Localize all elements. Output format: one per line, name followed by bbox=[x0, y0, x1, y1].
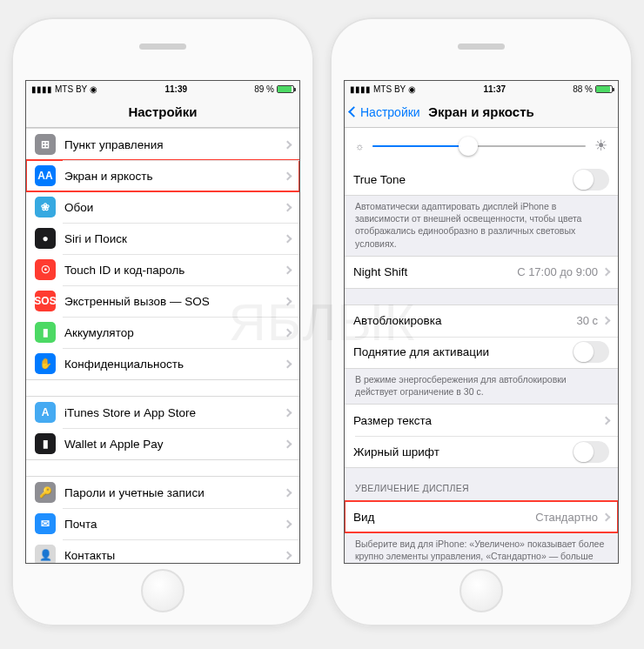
lowpower-note: В режиме энергосбережения для автоблокир… bbox=[345, 369, 618, 404]
view-label: Вид bbox=[353, 511, 535, 524]
nav-bar: Настройки Экран и яркость bbox=[345, 97, 618, 128]
row-icon: ▮ bbox=[35, 322, 56, 343]
row-icon: ✉ bbox=[35, 513, 56, 534]
settings-wallet-applepay[interactable]: ▮Wallet и Apple Pay bbox=[26, 428, 299, 459]
row-label: Пункт управления bbox=[64, 138, 283, 151]
chevron-right-icon bbox=[284, 328, 292, 337]
brightness-fill bbox=[372, 145, 468, 147]
settings-siri-search[interactable]: ●Siri и Поиск bbox=[26, 223, 299, 254]
settings-privacy[interactable]: ✋Конфиденциальность bbox=[26, 348, 299, 379]
brightness-high-icon: ☀ bbox=[594, 137, 607, 155]
chevron-right-icon bbox=[284, 234, 292, 243]
brightness-slider-row[interactable]: ☼ ☀ bbox=[345, 128, 618, 164]
auto-lock-label: Автоблокировка bbox=[353, 314, 576, 327]
signal-icon: ▮▮▮▮ bbox=[350, 84, 371, 94]
settings-touchid-passcode[interactable]: ☉Touch ID и код-пароль bbox=[26, 254, 299, 285]
chevron-right-icon bbox=[284, 488, 292, 497]
auto-lock-row[interactable]: Автоблокировка 30 с bbox=[345, 305, 618, 337]
row-icon: ▮ bbox=[35, 433, 56, 454]
view-detail: Стандартно bbox=[535, 511, 598, 524]
true-tone-toggle[interactable] bbox=[573, 169, 609, 191]
back-button[interactable]: Настройки bbox=[350, 97, 420, 127]
chevron-right-icon bbox=[284, 297, 292, 305]
display-zoom-header: УВЕЛИЧЕНИЕ ДИСПЛЕЯ bbox=[345, 468, 618, 500]
text-size-label: Размер текста bbox=[353, 414, 601, 427]
bold-text-label: Жирный шрифт bbox=[353, 445, 573, 458]
chevron-right-icon bbox=[602, 268, 611, 277]
bold-text-toggle[interactable] bbox=[573, 441, 609, 463]
row-label: iTunes Store и App Store bbox=[64, 406, 283, 419]
display-zoom-view-row[interactable]: Вид Стандартно bbox=[345, 501, 618, 532]
iphone-frame-right: ▮▮▮▮ MTS BY ◉ 11:37 88 % Настройки Экран… bbox=[330, 17, 633, 626]
night-shift-row[interactable]: Night Shift С 17:00 до 9:00 bbox=[345, 257, 618, 288]
settings-control-center[interactable]: ⊞Пункт управления bbox=[26, 129, 299, 160]
night-shift-detail: С 17:00 до 9:00 bbox=[517, 265, 598, 278]
text-size-row[interactable]: Размер текста bbox=[345, 405, 618, 436]
row-label: Аккумулятор bbox=[64, 326, 283, 339]
row-icon: ● bbox=[35, 228, 56, 249]
row-label: Экран и яркость bbox=[64, 170, 283, 183]
battery-icon bbox=[595, 85, 613, 93]
view-note: Выберите вид для iPhone: «Увеличено» пок… bbox=[345, 533, 618, 563]
row-label: Конфиденциальность bbox=[64, 358, 283, 371]
chevron-right-icon bbox=[284, 265, 292, 274]
row-label: Wallet и Apple Pay bbox=[64, 438, 283, 451]
settings-battery[interactable]: ▮Аккумулятор bbox=[26, 317, 299, 348]
battery-pct: 88 % bbox=[573, 84, 593, 94]
settings-itunes-appstore[interactable]: AiTunes Store и App Store bbox=[26, 397, 299, 428]
row-label: Touch ID и код-пароль bbox=[64, 264, 283, 277]
row-icon: ⊞ bbox=[35, 134, 56, 155]
chevron-right-icon bbox=[602, 416, 611, 425]
settings-contacts[interactable]: 👤Контакты bbox=[26, 539, 299, 563]
carrier-label: MTS BY bbox=[373, 84, 406, 94]
settings-wallpaper[interactable]: ❀Обои bbox=[26, 191, 299, 223]
chevron-right-icon bbox=[284, 359, 292, 368]
settings-emergency-sos[interactable]: SOSЭкстренный вызов — SOS bbox=[26, 285, 299, 317]
chevron-right-icon bbox=[602, 512, 611, 521]
chevron-right-icon bbox=[284, 140, 292, 149]
row-label: Siri и Поиск bbox=[64, 232, 283, 245]
row-icon: ❀ bbox=[35, 197, 56, 217]
battery-pct: 89 % bbox=[254, 84, 274, 94]
status-time: 11:37 bbox=[483, 84, 506, 94]
signal-icon: ▮▮▮▮ bbox=[31, 84, 52, 94]
display-settings-list[interactable]: ☼ ☀ True Tone Автоматически адаптировать… bbox=[345, 128, 618, 563]
wifi-icon: ◉ bbox=[90, 84, 97, 94]
brightness-low-icon: ☼ bbox=[355, 141, 364, 151]
settings-display-brightness[interactable]: AAЭкран и яркость bbox=[26, 160, 299, 191]
brightness-knob[interactable] bbox=[459, 137, 478, 156]
raise-to-wake-toggle[interactable] bbox=[573, 341, 609, 363]
back-label: Настройки bbox=[360, 105, 420, 119]
true-tone-row[interactable]: True Tone bbox=[345, 164, 618, 195]
row-icon: AA bbox=[35, 165, 56, 186]
chevron-right-icon bbox=[284, 551, 292, 559]
settings-list[interactable]: ⊞Пункт управленияAAЭкран и яркость❀Обои●… bbox=[26, 128, 299, 563]
status-bar: ▮▮▮▮ MTS BY ◉ 11:37 88 % bbox=[345, 81, 618, 97]
chevron-right-icon bbox=[284, 408, 292, 417]
chevron-right-icon bbox=[284, 519, 292, 528]
chevron-right-icon bbox=[284, 439, 292, 448]
chevron-right-icon bbox=[602, 317, 611, 325]
row-label: Обои bbox=[64, 201, 283, 214]
iphone-frame-left: ▮▮▮▮ MTS BY ◉ 11:39 89 % Настройки ⊞Пунк… bbox=[11, 17, 314, 626]
screen-left: ▮▮▮▮ MTS BY ◉ 11:39 89 % Настройки ⊞Пунк… bbox=[25, 80, 300, 564]
settings-mail[interactable]: ✉Почта bbox=[26, 508, 299, 539]
night-shift-label: Night Shift bbox=[353, 265, 517, 278]
chevron-right-icon bbox=[284, 171, 292, 180]
carrier-label: MTS BY bbox=[55, 84, 87, 94]
row-icon: A bbox=[35, 402, 56, 423]
settings-passwords-accounts[interactable]: 🔑Пароли и учетные записи bbox=[26, 477, 299, 508]
raise-to-wake-row[interactable]: Поднятие для активации bbox=[345, 337, 618, 368]
row-label: Пароли и учетные записи bbox=[64, 486, 283, 499]
row-icon: 🔑 bbox=[35, 482, 56, 503]
row-label: Контакты bbox=[64, 549, 283, 562]
wifi-icon: ◉ bbox=[408, 84, 416, 94]
true-tone-label: True Tone bbox=[353, 173, 573, 186]
page-title: Экран и яркость bbox=[428, 104, 533, 119]
bold-text-row[interactable]: Жирный шрифт bbox=[345, 436, 618, 467]
raise-to-wake-label: Поднятие для активации bbox=[353, 345, 573, 358]
screen-right: ▮▮▮▮ MTS BY ◉ 11:37 88 % Настройки Экран… bbox=[344, 80, 619, 564]
chevron-left-icon bbox=[348, 106, 359, 117]
row-icon: ✋ bbox=[35, 353, 56, 374]
brightness-slider[interactable] bbox=[372, 145, 586, 147]
